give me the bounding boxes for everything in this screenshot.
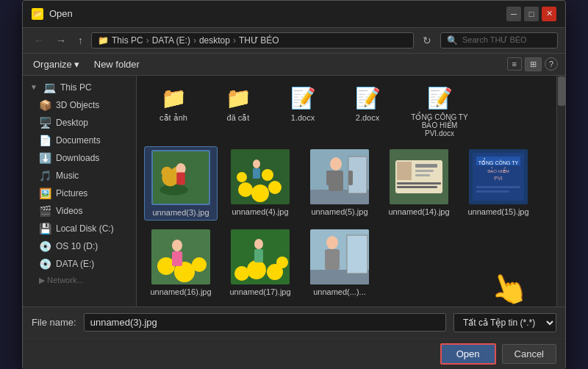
file-item-unnamed-partial[interactable]: unnamed(...)... bbox=[303, 226, 376, 299]
file-item-unnamed14[interactable]: unnamed(14).jpg bbox=[382, 146, 456, 221]
svg-rect-24 bbox=[397, 162, 412, 180]
documents-icon: 📄 bbox=[39, 135, 51, 146]
help-button[interactable]: ? bbox=[545, 57, 558, 71]
file-item-unnamed5[interactable]: unnamed(5).jpg bbox=[303, 146, 376, 221]
sidebar-item-this-pc[interactable]: ▼ 💻 This PC bbox=[23, 79, 136, 96]
navigation-toolbar: ← → ↑ 📁 This PC › DATA (E:) › desktop › … bbox=[23, 28, 565, 54]
sidebar-label-3d-objects: 3D Objects bbox=[56, 100, 99, 110]
filename-unnamed16: unnamed(16).jpg bbox=[150, 287, 211, 296]
folder-name-2-docx: 2.docx bbox=[356, 113, 379, 122]
svg-point-42 bbox=[172, 240, 182, 251]
svg-rect-25 bbox=[415, 164, 437, 168]
back-button[interactable]: ← bbox=[30, 33, 48, 48]
sidebar-label-local-disk-c: Local Disk (C:) bbox=[56, 223, 114, 234]
folder-item-pvi-docx[interactable]: 📝 TỔNG CÔNG TY BẢO HIỂM PVI.docx bbox=[403, 83, 476, 140]
list-view-button[interactable]: ≡ bbox=[507, 57, 522, 71]
sidebar-item-3d-objects[interactable]: 📦 3D Objects bbox=[23, 96, 136, 114]
minimize-button[interactable]: ─ bbox=[506, 7, 521, 21]
sidebar-item-downloads[interactable]: ⬇️ Downloads bbox=[23, 149, 136, 167]
folder-name-cat-anh: cắt ảnh bbox=[159, 113, 187, 123]
videos-icon: 🎬 bbox=[39, 205, 51, 217]
filename-area: File name: Tất cả Tệp tin (*.*) bbox=[23, 307, 565, 338]
folder-row: 📁 cắt ảnh 📁 đã cắt 📝 1.docx 📝 2.docx 📝 bbox=[144, 83, 549, 140]
network-label: ▶ Network... bbox=[39, 276, 84, 285]
breadcrumb-folder-icon: 📁 bbox=[98, 35, 109, 46]
sidebar-label-data-e: DATA (E:) bbox=[56, 259, 94, 269]
file-item-unnamed3[interactable]: unnamed(3).jpg bbox=[144, 146, 218, 221]
action-bar-left: Organize ▾ New folder bbox=[30, 57, 143, 71]
3d-objects-icon: 📦 bbox=[39, 99, 51, 111]
filename-unnamed14: unnamed(14).jpg bbox=[388, 207, 449, 216]
main-area: ▼ 💻 This PC 📦 3D Objects 🖥️ Desktop 📄 Do… bbox=[23, 76, 565, 307]
svg-point-54 bbox=[326, 236, 338, 249]
title-bar-left: 📂 Open bbox=[32, 8, 73, 20]
folder-item-1-docx[interactable]: 📝 1.docx bbox=[273, 83, 332, 140]
breadcrumb-sep2: › bbox=[193, 35, 196, 46]
file-content-area[interactable]: 📁 cắt ảnh 📁 đã cắt 📝 1.docx 📝 2.docx 📝 bbox=[137, 76, 556, 307]
sidebar-item-os-10-d[interactable]: 💿 OS 10 (D:) bbox=[23, 237, 136, 255]
svg-rect-14 bbox=[253, 168, 260, 179]
search-bar[interactable]: 🔍 Search THƯ BÉO bbox=[440, 32, 558, 49]
thumbnail-unnamed17 bbox=[231, 229, 290, 284]
refresh-button[interactable]: ↻ bbox=[418, 32, 436, 49]
organize-button[interactable]: Organize ▾ bbox=[30, 57, 82, 71]
folder-item-cat-anh[interactable]: 📁 cắt ảnh bbox=[144, 83, 203, 140]
content-scrollbar[interactable] bbox=[556, 76, 565, 307]
svg-point-10 bbox=[268, 181, 282, 194]
thumbnail-unnamed4 bbox=[231, 149, 290, 204]
thumbnail-unnamed14 bbox=[390, 149, 448, 204]
svg-point-45 bbox=[234, 266, 249, 281]
close-button[interactable]: ✕ bbox=[542, 7, 556, 21]
sidebar-item-documents[interactable]: 📄 Documents bbox=[23, 132, 136, 149]
thumbnail-unnamed-partial bbox=[310, 229, 369, 284]
sidebar-item-desktop[interactable]: 🖥️ Desktop bbox=[23, 114, 136, 132]
filetype-select[interactable]: Tất cả Tệp tin (*.*) bbox=[453, 313, 556, 332]
sidebar-label-this-pc: This PC bbox=[60, 82, 92, 93]
filename-label: File name: bbox=[32, 317, 76, 328]
cancel-button[interactable]: Cancel bbox=[502, 344, 556, 364]
sidebar-item-music[interactable]: 🎵 Music bbox=[23, 167, 136, 184]
breadcrumb-thu-beo[interactable]: THƯ BÉO bbox=[239, 35, 279, 46]
breadcrumb-bar[interactable]: 📁 This PC › DATA (E:) › desktop › THƯ BÉ… bbox=[91, 32, 414, 49]
scroll-thumb bbox=[558, 76, 565, 106]
svg-point-49 bbox=[254, 239, 263, 249]
filename-unnamed5: unnamed(5).jpg bbox=[311, 207, 368, 216]
sidebar-item-data-e[interactable]: 💿 DATA (E:) bbox=[23, 255, 136, 273]
grid-view-button[interactable]: ⊞ bbox=[525, 57, 542, 71]
thumbnail-unnamed16 bbox=[151, 229, 210, 284]
folder-item-2-docx[interactable]: 📝 2.docx bbox=[338, 83, 397, 140]
svg-rect-6 bbox=[176, 172, 184, 184]
breadcrumb-this-pc[interactable]: This PC bbox=[112, 35, 143, 46]
sidebar-item-network[interactable]: ▶ Network... bbox=[23, 273, 136, 288]
svg-rect-26 bbox=[415, 170, 434, 172]
sidebar-item-local-disk-c[interactable]: 💾 Local Disk (C:) bbox=[23, 220, 136, 237]
filename-unnamed4: unnamed(4).jpg bbox=[232, 207, 288, 216]
sidebar-item-videos[interactable]: 🎬 Videos bbox=[23, 202, 136, 220]
svg-point-46 bbox=[247, 260, 266, 279]
up-button[interactable]: ↑ bbox=[74, 33, 87, 48]
folder-icon-cat-anh: 📁 bbox=[161, 86, 187, 110]
folder-item-da-cat[interactable]: 📁 đã cắt bbox=[209, 83, 268, 140]
maximize-button[interactable]: □ bbox=[524, 7, 539, 21]
svg-rect-28 bbox=[397, 182, 441, 184]
file-item-unnamed15[interactable]: TỔNG CÔNG TY BẢO HIỂM PVI unnamed(15).jp… bbox=[462, 146, 535, 221]
folder-name-1-docx: 1.docx bbox=[291, 113, 315, 122]
search-icon: 🔍 bbox=[447, 35, 458, 46]
pvi-docx-icon: 📝 bbox=[427, 86, 453, 110]
file-item-unnamed4[interactable]: unnamed(4).jpg bbox=[223, 146, 297, 221]
organize-label: Organize bbox=[33, 59, 72, 70]
breadcrumb-data-e[interactable]: DATA (E:) bbox=[152, 35, 190, 46]
sidebar-item-pictures[interactable]: 🖼️ Pictures bbox=[23, 184, 136, 202]
sidebar-label-downloads: Downloads bbox=[56, 153, 99, 163]
open-button[interactable]: Open bbox=[440, 343, 496, 365]
svg-rect-29 bbox=[397, 186, 437, 188]
file-item-unnamed16[interactable]: unnamed(16).jpg bbox=[144, 226, 218, 299]
new-folder-button[interactable]: New folder bbox=[91, 57, 143, 71]
action-bar: Organize ▾ New folder ≡ ⊞ ? bbox=[23, 54, 565, 76]
title-controls: ─ □ ✕ bbox=[506, 7, 556, 21]
forward-button[interactable]: → bbox=[52, 33, 70, 48]
thumbnail-unnamed3 bbox=[151, 150, 210, 205]
filename-input[interactable] bbox=[84, 313, 446, 332]
file-item-unnamed17[interactable]: unnamed(17).jpg bbox=[223, 226, 297, 299]
breadcrumb-desktop[interactable]: desktop bbox=[199, 35, 230, 46]
